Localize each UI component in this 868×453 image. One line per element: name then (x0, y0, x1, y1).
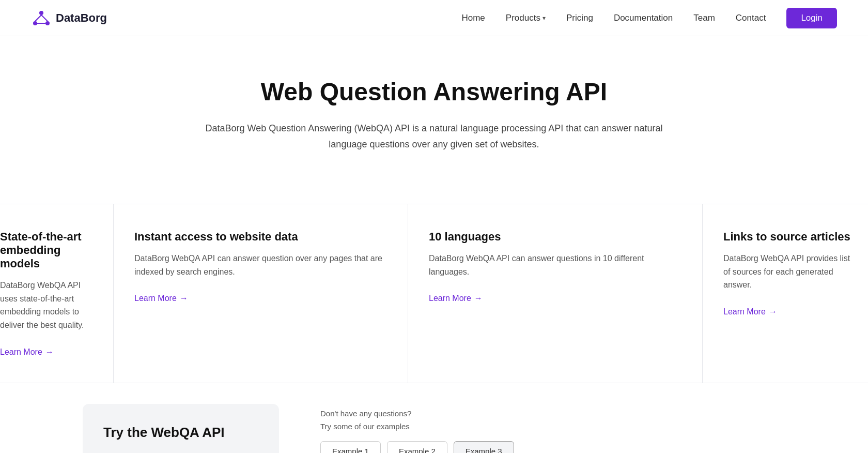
card-embedding-learn-more[interactable]: Learn More → (0, 348, 54, 357)
examples-row: Example 1 Example 2 Example 3 (320, 441, 868, 453)
card-instant-description: DataBorg WebQA API can answer question o… (134, 252, 387, 278)
chevron-down-icon: ▾ (542, 14, 546, 22)
nav-documentation[interactable]: Documentation (614, 13, 673, 23)
nav-home[interactable]: Home (461, 13, 485, 23)
example-3-button[interactable]: Example 3 (454, 441, 514, 453)
card-embedding-description: DataBorg WebQA API uses state-of-the-art… (0, 279, 98, 331)
card-links-title: Links to source articles (723, 230, 858, 244)
card-languages-description: DataBorg WebQA API can answer questions … (429, 252, 681, 278)
main-nav: Home Products ▾ Pricing Documentation Te… (461, 8, 837, 28)
card-instant-title: Instant access to website data (134, 230, 387, 244)
try-examples-text: Try some of our examples (320, 422, 868, 431)
feature-card-instant: Instant access to website data DataBorg … (114, 204, 408, 383)
feature-card-embedding: State-of-the-art embedding models DataBo… (0, 204, 114, 383)
header: DataBorg Home Products ▾ Pricing Documen… (0, 0, 868, 36)
logo-text: DataBorg (56, 11, 107, 25)
card-links-learn-more[interactable]: Learn More → (723, 307, 777, 316)
card-links-description: DataBorg WebQA API provides list of sour… (723, 252, 858, 292)
login-button[interactable]: Login (786, 8, 837, 28)
svg-point-1 (33, 21, 37, 25)
card-languages-title: 10 languages (429, 230, 681, 244)
card-languages-learn-more[interactable]: Learn More → (429, 294, 483, 303)
page-title: Web Question Answering API (31, 78, 837, 106)
nav-pricing[interactable]: Pricing (566, 13, 593, 23)
arrow-right-icon: → (474, 294, 483, 303)
example-1-button[interactable]: Example 1 (320, 441, 381, 453)
nav-team[interactable]: Team (693, 13, 715, 23)
feature-card-links: Links to source articles DataBorg WebQA … (703, 204, 868, 383)
hero-subtitle: DataBorg Web Question Answering (WebQA) … (202, 120, 667, 152)
arrow-right-icon: → (769, 307, 777, 316)
arrow-right-icon: → (45, 348, 54, 357)
bottom-section: Try the WebQA API Don't have any questio… (0, 404, 868, 453)
try-api-card: Try the WebQA API (83, 404, 279, 453)
feature-cards: State-of-the-art embedding models DataBo… (0, 204, 868, 383)
arrow-right-icon: → (180, 294, 188, 303)
nav-products[interactable]: Products ▾ (506, 13, 546, 23)
nav-contact[interactable]: Contact (736, 13, 766, 23)
svg-point-0 (39, 11, 43, 15)
hero-section: Web Question Answering API DataBorg Web … (0, 36, 868, 183)
examples-panel: Don't have any questions? Try some of ou… (320, 404, 868, 453)
try-api-title: Try the WebQA API (103, 425, 258, 441)
logo-icon (31, 8, 52, 28)
svg-line-4 (41, 15, 48, 21)
card-embedding-title: State-of-the-art embedding models (0, 230, 98, 270)
svg-line-3 (35, 15, 41, 21)
svg-point-2 (45, 21, 50, 25)
feature-card-languages: 10 languages DataBorg WebQA API can answ… (408, 204, 703, 383)
example-2-button[interactable]: Example 2 (387, 441, 447, 453)
logo[interactable]: DataBorg (31, 8, 107, 28)
dont-have-questions-text: Don't have any questions? (320, 409, 868, 418)
card-instant-learn-more[interactable]: Learn More → (134, 294, 188, 303)
